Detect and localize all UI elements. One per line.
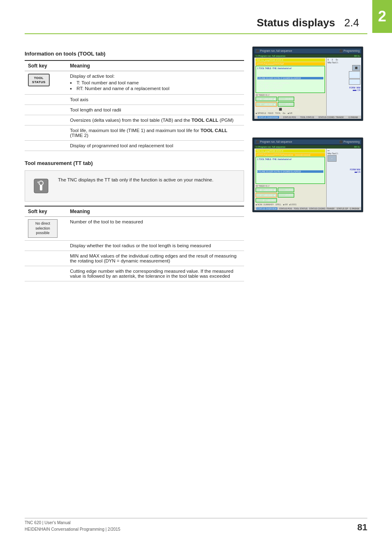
list-item: RT: Number and name of a replacement too… bbox=[70, 86, 241, 91]
scr2-title-left: ⬛ Program run, full sequence bbox=[256, 140, 292, 144]
scr-icon-3: ◄► bbox=[349, 79, 360, 85]
scr2-spindle-info: ▪▪▪ bbox=[327, 149, 360, 152]
softkey-cell: No directselectionpossible bbox=[25, 217, 67, 241]
meaning-cell: Number of the tool to be measured bbox=[67, 217, 244, 241]
scr-val-x2: +0.000 bbox=[278, 97, 294, 101]
scr-mode-info: ⬛|1 ☐ ●0.0001 bbox=[278, 107, 300, 111]
col-softkey-label: Soft key bbox=[25, 60, 67, 71]
scr2-val-y: Y +95.000 ◀ bbox=[256, 193, 277, 197]
scr-title-left: ⬛ Program run, full sequence bbox=[256, 49, 292, 53]
softkey-cell bbox=[25, 95, 67, 105]
table-row: Tool axis bbox=[25, 95, 244, 105]
table-row: Display whether the tool radius or the t… bbox=[25, 241, 244, 251]
scr2-icon-a: ▪ bbox=[327, 155, 337, 162]
section-number: 2.4 bbox=[344, 16, 359, 29]
meaning-cell: Tool life, maximum tool life (TIME 1) an… bbox=[67, 125, 244, 141]
scr2-info3: ●0.0001 bbox=[289, 203, 296, 206]
footer-divider bbox=[25, 518, 367, 518]
scr2-btn-param: STATUS GP bbox=[337, 207, 348, 210]
table-row: MIN and MAX values of the individual cut… bbox=[25, 251, 244, 266]
footer-left: TNC 620 | User's Manual HEIDENHAIN Conve… bbox=[25, 520, 120, 533]
scr-form-vals: FORM WW ■■■ CA bbox=[327, 86, 360, 91]
scr2-sub-right: 88 3+ bbox=[354, 146, 360, 148]
scr2-status-bar: ●STATUS●(●●●●●STATUS●4●●●●●)●● - [●●●●●|… bbox=[256, 153, 325, 156]
scr-right-panel: S 3 S+ Wkz Tool 3 : ⬛ ━━━ ◄► FORM WW ■■■… bbox=[326, 58, 361, 116]
scr-icon-2: ━━━ bbox=[349, 71, 360, 79]
meaning-main: Tool life, maximum tool life (TIME 1) an… bbox=[70, 128, 241, 138]
page-header: Status displays 2.4 bbox=[0, 0, 392, 33]
col-softkey-label: Soft key bbox=[25, 206, 67, 217]
scr2-footer-info: ■ NOM SUMMARY DRILL ■ 6/8 ●0.0001 bbox=[256, 203, 325, 206]
scr-footer-btn-pgm: G PARAM bbox=[348, 116, 358, 118]
scr-spindle-label: S 3 S+ bbox=[327, 58, 360, 61]
list-item: T: Tool number and tool name bbox=[70, 80, 241, 85]
scr-right-icons: ⬛ ━━━ ◄► bbox=[327, 65, 360, 85]
meaning-main: Oversizes (delta values) from the tool t… bbox=[70, 118, 241, 123]
tt-tab-heading: Tool measurement (TT tab) bbox=[25, 160, 244, 166]
scr-tool-label: Wkz Tool 3 : bbox=[327, 61, 360, 64]
scr-status-bar: ●STATUS●(●●●●●STATUS●4 bbox=[256, 62, 325, 65]
main-content: Information on tools (TOOL tab) Soft key… bbox=[0, 34, 392, 290]
softkey-cell bbox=[25, 251, 67, 266]
meaning-cell: Display of programmed tool and replaceme… bbox=[67, 141, 244, 151]
scr2-label-b: ▪▪▪ bbox=[327, 164, 360, 167]
scr2-values-row2: Y +95.000 ◀ +0.000 bbox=[256, 193, 325, 197]
scr-icon-1: ⬛ bbox=[352, 65, 360, 71]
scr-spindle-info: ■ SPINDLE FEED TOOL -0e- ■ 6/8 bbox=[256, 112, 325, 114]
scr-sub-left: ↪ Program run, full sequence bbox=[256, 55, 286, 57]
meaning-main: Tool axis bbox=[70, 97, 241, 102]
scr2-tool-num: Wkz Tool 3 : bbox=[327, 152, 360, 155]
page-title: Status displays bbox=[257, 16, 335, 29]
meaning-main: Display whether the tool radius or the t… bbox=[70, 243, 241, 248]
scr2-form-vals: FORM WW ■■ CA bbox=[327, 168, 360, 173]
tool-tab-heading: Information on tools (TOOL tab) bbox=[25, 51, 244, 57]
svg-rect-3 bbox=[37, 181, 40, 183]
scr-val-y: Y +95.000 ◀ bbox=[256, 102, 277, 107]
table-row: Display of programmed tool and replaceme… bbox=[25, 141, 244, 151]
scr-pgm-path: TNC:/nc_prog/PGMI-STATI.H bbox=[256, 58, 325, 62]
scr-footer-btn-coord: STATUS COORD. TRANSF. bbox=[318, 116, 344, 118]
meaning-cell: Oversizes (delta values) from the tool t… bbox=[67, 115, 244, 125]
tool-status-button[interactable]: TOOL STATUS bbox=[28, 74, 50, 86]
scr-sub-right: 88 3+ bbox=[354, 55, 360, 57]
screenshot-2: ⬛ Program run, full sequence ⬛ Programmi… bbox=[252, 137, 363, 212]
softkey-cell bbox=[25, 105, 67, 115]
svg-rect-2 bbox=[40, 185, 42, 190]
table-row: Oversizes (delta values) from the tool t… bbox=[25, 115, 244, 125]
scr-subheader: ↪ Program run, full sequence 88 3+ bbox=[254, 54, 361, 58]
wrench-icon bbox=[33, 178, 49, 194]
scr2-title-right: ⬛ Programming bbox=[339, 140, 360, 144]
scr2-mode: ■ NOM bbox=[256, 203, 262, 206]
scr-val-z: Mode: NORM bbox=[256, 107, 277, 111]
table-row: Tool length and tool radii bbox=[25, 105, 244, 115]
meaning-cell: Display whether the tool radius or the t… bbox=[67, 241, 244, 251]
scr-val-y2: +0.000 bbox=[278, 102, 294, 107]
meaning-main: Tool length and tool radii bbox=[70, 107, 241, 112]
footer-line1: TNC 620 | User's Manual bbox=[25, 520, 120, 526]
meaning-cell: MIN and MAX values of the individual cut… bbox=[67, 251, 244, 266]
screenshots-column: ⬛ Program run, full sequence ⬛ Programmi… bbox=[252, 46, 367, 217]
tt-tab-table: Soft key Meaning No directselectionpossi… bbox=[25, 206, 244, 281]
scr-title-right: ⬛ Programming bbox=[339, 49, 360, 53]
note-box: The TNC displays the TT tab only if the … bbox=[25, 170, 244, 202]
scr-footer-btn-status: STATUS OVERVIEW bbox=[258, 116, 279, 118]
table-row: Cutting edge number with the correspondi… bbox=[25, 266, 244, 281]
scr-form-row2: ■■■ CA bbox=[327, 89, 360, 91]
scr-values-row2: Y +95.000 ◀ +0.000 bbox=[256, 102, 325, 107]
scr2-left-panel: TNC:/nc_prog/PGMI-STATI.H ●STATUS●(●●●●●… bbox=[254, 149, 326, 207]
chapter-number: 2 bbox=[378, 8, 386, 25]
screenshot-1: ⬛ Program run, full sequence ⬛ Programmi… bbox=[252, 46, 363, 121]
scr-values-row: X +18.000 ◀ +0.000 bbox=[256, 97, 325, 101]
col-meaning-label: Meaning bbox=[67, 60, 244, 71]
scr-footer-btn-pos: STATUS POS bbox=[283, 116, 296, 118]
table-row: Tool life, maximum tool life (TIME 1) an… bbox=[25, 125, 244, 141]
scr2-val-z: Z +10.000 bbox=[256, 198, 277, 202]
scr-left-panel: TNC:/nc_prog/PGMI-STATI.H ●STATUS●(●●●●●… bbox=[254, 58, 326, 116]
scr2-body: TNC:/nc_prog/PGMI-STATI.H ●STATUS●(●●●●●… bbox=[254, 149, 361, 207]
scr2-btn-tool: TOOL STATUS bbox=[294, 207, 308, 210]
scr2-footer: STATUS OVERVIEW STATUS POS TOOL STATUS S… bbox=[254, 207, 361, 210]
scr2-timer: 99 TIMER 41 // bbox=[256, 185, 325, 187]
scr2-right-panel: ▪▪▪ Wkz Tool 3 : ▪ ▪▪▪ ▪▪▪ FORM WW ■■ CA bbox=[326, 149, 361, 207]
scr2-form-row2: ■■ CA bbox=[327, 171, 360, 173]
tt-icon bbox=[32, 176, 51, 195]
